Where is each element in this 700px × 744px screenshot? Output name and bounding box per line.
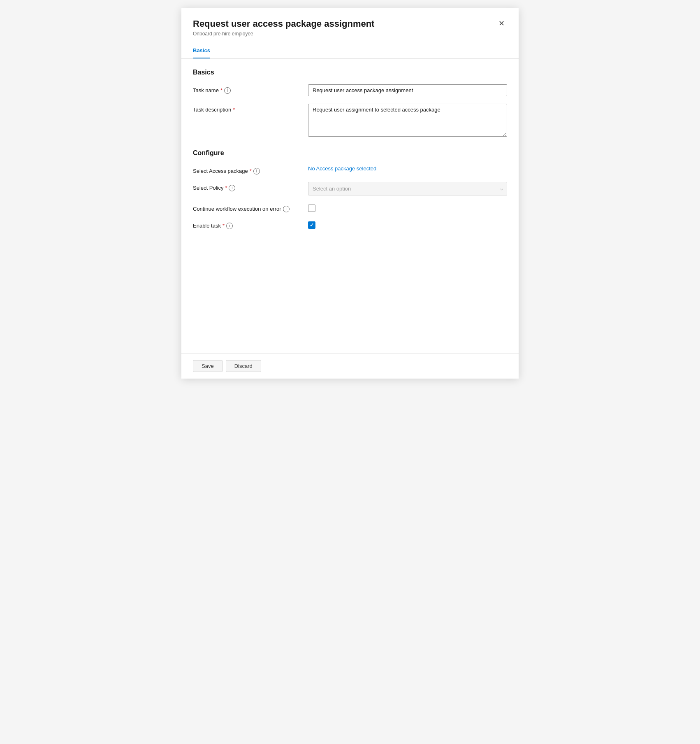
task-name-label: Task name * i: [193, 84, 308, 94]
close-button[interactable]: ✕: [496, 18, 507, 29]
dialog-container: Request user access package assignment O…: [181, 8, 519, 379]
enable-task-required: *: [223, 223, 225, 229]
policy-control: Select an option ⌵: [308, 182, 507, 195]
task-description-required: *: [233, 107, 235, 113]
task-description-label: Task description *: [193, 104, 308, 113]
task-name-row: Task name * i: [193, 84, 507, 96]
dialog-subtitle: Onboard pre-hire employee: [193, 31, 496, 37]
task-name-input[interactable]: [308, 84, 507, 96]
continue-on-error-row: Continue workflow execution on error i: [193, 203, 507, 212]
configure-section-title: Configure: [193, 149, 507, 157]
continue-on-error-label: Continue workflow execution on error i: [193, 203, 308, 212]
save-button[interactable]: Save: [193, 360, 223, 372]
enable-task-checkbox[interactable]: [308, 221, 315, 229]
policy-info-icon[interactable]: i: [229, 185, 235, 191]
tab-basics[interactable]: Basics: [193, 43, 210, 58]
close-icon: ✕: [498, 20, 505, 27]
tab-bar: Basics: [181, 43, 519, 59]
enable-task-row: Enable task * i: [193, 220, 507, 229]
task-description-control: Request user assignment to selected acce…: [308, 104, 507, 138]
task-description-row: Task description * Request user assignme…: [193, 104, 507, 138]
access-package-link[interactable]: No Access package selected: [308, 165, 376, 172]
task-name-control: [308, 84, 507, 96]
task-name-required: *: [220, 87, 223, 93]
access-package-label: Select Access package * i: [193, 165, 308, 174]
dialog-title-area: Request user access package assignment O…: [193, 18, 496, 37]
dialog-title: Request user access package assignment: [193, 18, 496, 30]
dialog-header: Request user access package assignment O…: [181, 8, 519, 43]
continue-on-error-control: [308, 203, 507, 212]
policy-required: *: [225, 185, 227, 191]
enable-task-checkbox-wrapper: [308, 220, 507, 229]
access-package-info-icon[interactable]: i: [253, 168, 260, 174]
dialog-footer: Save Discard: [181, 353, 519, 379]
policy-select[interactable]: Select an option: [308, 182, 507, 195]
basics-section-title: Basics: [193, 69, 507, 76]
basics-section: Basics Task name * i Task description *: [193, 69, 507, 138]
access-package-control: No Access package selected: [308, 165, 507, 172]
discard-button[interactable]: Discard: [226, 360, 261, 372]
enable-task-info-icon[interactable]: i: [226, 223, 233, 229]
enable-task-control: [308, 220, 507, 229]
access-package-required: *: [250, 168, 252, 174]
enable-task-label: Enable task * i: [193, 220, 308, 229]
task-description-input[interactable]: Request user assignment to selected acce…: [308, 104, 507, 137]
policy-label: Select Policy * i: [193, 182, 308, 191]
policy-row: Select Policy * i Select an option ⌵: [193, 182, 507, 195]
policy-select-wrapper: Select an option ⌵: [308, 182, 507, 195]
continue-on-error-checkbox-wrapper: [308, 203, 507, 212]
continue-on-error-checkbox[interactable]: [308, 205, 315, 212]
dialog-content: Basics Task name * i Task description *: [181, 59, 519, 353]
access-package-row: Select Access package * i No Access pack…: [193, 165, 507, 174]
configure-section: Configure Select Access package * i No A…: [193, 149, 507, 229]
task-name-info-icon[interactable]: i: [224, 87, 231, 94]
continue-on-error-info-icon[interactable]: i: [283, 206, 290, 212]
